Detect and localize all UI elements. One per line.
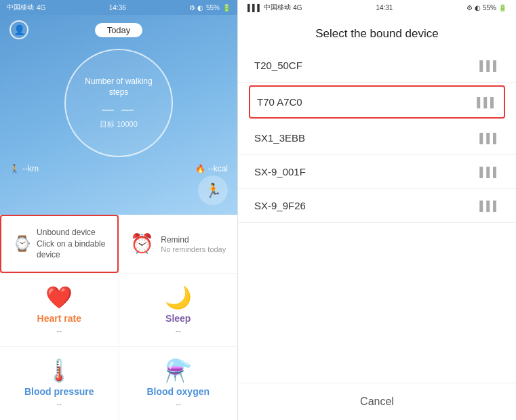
signal-icon: ▌▌▌: [247, 4, 262, 12]
remind-card[interactable]: ⏰ Remind No reminders today: [119, 215, 238, 273]
select-device-title: Select the bound device: [238, 15, 516, 49]
steps-target: 目标 10000: [100, 119, 138, 129]
signal-sx1: ▌▌▌: [479, 133, 500, 144]
thermometer-icon: 🌡️: [45, 358, 73, 383]
unbound-device-card[interactable]: ⌚ Unbound deviceClick on a bindabledevic…: [0, 215, 119, 273]
unbound-text: Unbound deviceClick on a bindabledevice: [37, 227, 105, 261]
status-right: ⚙ ◐ 55% 🔋: [189, 4, 231, 12]
right-status-bar: ▌▌▌ 中国移动 4G 14:31 ⚙ ◐ 55% 🔋: [238, 0, 516, 15]
blood-pressure-label: Blood pressure: [24, 386, 94, 397]
steps-circle: Number of walkingsteps — — 目标 10000: [64, 49, 173, 157]
heart-rate-card[interactable]: ❤️ Heart rate --: [0, 274, 119, 347]
signal-sx9-001f: ▌▌▌: [479, 167, 500, 177]
cancel-button[interactable]: Cancel: [238, 383, 516, 420]
right-carrier: 中国移动: [264, 3, 291, 12]
status-left: 中国移动 4G: [7, 3, 45, 12]
blood-oxygen-card[interactable]: ⚗️ Blood oxygen --: [119, 347, 238, 420]
device-name-t70: T70 A7C0: [257, 96, 302, 108]
device-name-sx1: SX1_3EBB: [254, 132, 305, 144]
network-left: 4G: [37, 4, 45, 12]
hero-header: 👤 Today: [0, 20, 237, 39]
run-button[interactable]: 🏃: [198, 175, 228, 205]
kcal-stat: 🔥 --kcal: [195, 164, 228, 173]
device-name-sx9-001f: SX-9_001F: [254, 166, 306, 177]
steps-value: — —: [102, 102, 136, 117]
remind-value: No reminders today: [161, 245, 226, 253]
signal-sx9-9f26: ▌▌▌: [479, 201, 500, 211]
unbound-label: Unbound deviceClick on a bindabledevice: [37, 227, 105, 261]
heart-rate-value: --: [56, 327, 62, 336]
right-panel: ▌▌▌ 中国移动 4G 14:31 ⚙ ◐ 55% 🔋 Select the b…: [238, 0, 516, 420]
device-list: T20_50CF ▌▌▌ T70 A7C0 ▌▌▌ SX1_3EBB ▌▌▌ S…: [238, 49, 516, 383]
device-name-t20: T20_50CF: [254, 60, 302, 71]
today-badge[interactable]: Today: [95, 23, 143, 37]
person-icon: 🚶: [9, 164, 20, 173]
hero-area: 👤 Today Number of walkingsteps — — 目标 10…: [0, 15, 237, 215]
device-item-sx1[interactable]: SX1_3EBB ▌▌▌: [238, 121, 516, 155]
sleep-value: --: [176, 327, 181, 336]
alarm-icon: ⏰: [130, 232, 154, 255]
blood-pressure-card[interactable]: 🌡️ Blood pressure --: [0, 347, 119, 420]
right-status-left: ▌▌▌ 中国移动 4G: [247, 3, 302, 12]
sleep-card[interactable]: 🌙 Sleep --: [119, 274, 238, 347]
remind-title: Remind: [161, 234, 226, 246]
right-battery: 55%: [483, 4, 496, 12]
blood-pressure-value: --: [56, 400, 62, 409]
battery-left: 55%: [206, 4, 220, 12]
signal-t70: ▌▌▌: [477, 97, 497, 108]
blood-oxygen-label: Blood oxygen: [146, 386, 210, 397]
cards-area: ⌚ Unbound deviceClick on a bindabledevic…: [0, 215, 237, 420]
right-icons: ⚙ ◐: [467, 4, 481, 12]
left-panel: 中国移动 4G 14:36 ⚙ ◐ 55% 🔋 👤 Today Number o…: [0, 0, 237, 420]
time-left: 14:36: [109, 4, 126, 12]
sleep-label: Sleep: [165, 313, 191, 324]
battery-icon-left: ⚙ ◐: [189, 4, 203, 12]
right-time: 14:31: [376, 4, 393, 12]
device-item-sx9-001f[interactable]: SX-9_001F ▌▌▌: [238, 155, 516, 189]
distance-value: --km: [22, 164, 39, 173]
remind-text: Remind No reminders today: [161, 234, 226, 254]
device-item-t70[interactable]: T70 A7C0 ▌▌▌: [249, 85, 505, 119]
device-item-t20[interactable]: T20_50CF ▌▌▌: [238, 49, 516, 83]
flask-icon: ⚗️: [165, 358, 192, 383]
signal-t20: ▌▌▌: [479, 60, 500, 71]
distance-stat: 🚶 --km: [9, 164, 39, 173]
right-status-right: ⚙ ◐ 55% 🔋: [467, 4, 507, 12]
watch-icon: ⌚: [13, 235, 31, 253]
heart-rate-label: Heart rate: [37, 313, 81, 324]
avatar[interactable]: 👤: [9, 20, 28, 39]
hero-stats: 🚶 --km 🔥 --kcal: [0, 164, 237, 173]
heart-icon: ❤️: [45, 285, 73, 310]
sleep-icon: 🌙: [165, 285, 192, 310]
device-item-sx9-9f26[interactable]: SX-9_9F26 ▌▌▌: [238, 189, 516, 223]
right-battery-bar: 🔋: [498, 4, 507, 12]
left-status-bar: 中国移动 4G 14:36 ⚙ ◐ 55% 🔋: [0, 0, 237, 15]
fire-icon: 🔥: [195, 164, 205, 173]
blood-oxygen-value: --: [176, 400, 181, 409]
battery-bar-left: 🔋: [222, 4, 231, 12]
right-network: 4G: [293, 4, 302, 12]
steps-label: Number of walkingsteps: [85, 77, 152, 98]
carrier-left: 中国移动: [7, 3, 34, 12]
device-name-sx9-9f26: SX-9_9F26: [254, 200, 306, 211]
kcal-value: --kcal: [208, 164, 228, 173]
